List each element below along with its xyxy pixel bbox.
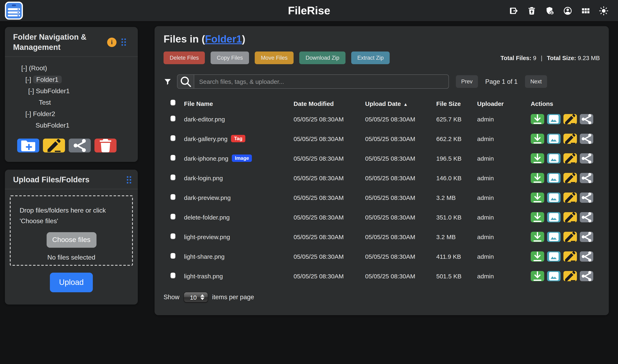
preview-image-button[interactable] [547, 153, 561, 163]
edit-file-button[interactable] [564, 251, 577, 261]
prev-page-button[interactable]: Prev [456, 75, 478, 88]
download-file-button[interactable] [531, 232, 544, 242]
select-all-checkbox[interactable] [171, 100, 175, 105]
share-file-button[interactable] [580, 192, 593, 203]
row-checkbox[interactable] [171, 135, 175, 141]
preview-image-button[interactable] [547, 212, 561, 222]
tree-folder-label[interactable]: SubFolder1 [36, 122, 69, 129]
filerise-logo-icon[interactable] [5, 2, 23, 20]
folder-tree-item[interactable]: [-] SubFolder1 [9, 85, 134, 97]
download-file-button[interactable] [531, 133, 544, 144]
share-file-button[interactable] [580, 212, 593, 222]
edit-file-button[interactable] [564, 114, 577, 124]
rename-folder-button[interactable] [43, 139, 65, 153]
file-dropzone[interactable]: Drop files/folders here or click 'Choose… [10, 195, 133, 266]
folder-tree-item[interactable]: [-] Folder1 [9, 74, 134, 85]
download-file-button[interactable] [531, 173, 544, 183]
files-title-prefix: Files in ( [164, 33, 205, 45]
column-header-file-name[interactable]: File Name [184, 100, 294, 107]
row-checkbox[interactable] [171, 253, 175, 259]
preview-image-button[interactable] [547, 271, 561, 281]
download-file-button[interactable] [531, 271, 544, 281]
preview-image-button[interactable] [547, 251, 561, 261]
tree-folder-label[interactable]: Folder2 [33, 110, 55, 117]
tree-folder-label[interactable]: (Root) [29, 65, 47, 72]
edit-file-button[interactable] [564, 173, 577, 183]
download-file-button[interactable] [531, 114, 544, 124]
light-mode-icon[interactable] [599, 6, 608, 15]
create-folder-button[interactable] [17, 139, 39, 153]
edit-file-button[interactable] [564, 153, 577, 163]
delete-files-button[interactable]: Delete Files [164, 52, 205, 64]
share-file-button[interactable] [580, 271, 593, 281]
tree-folder-label[interactable]: SubFolder1 [36, 88, 69, 94]
filter-icon[interactable] [164, 78, 172, 86]
edit-file-button[interactable] [564, 192, 577, 203]
file-size: 3.2 MB [436, 233, 477, 240]
row-checkbox[interactable] [171, 174, 175, 180]
date-modified: 05/05/25 08:30AM [294, 253, 365, 260]
preview-image-button[interactable] [547, 192, 561, 203]
folder-panel-header: Folder Navigation & Management i [5, 27, 138, 57]
download-file-button[interactable] [531, 251, 544, 261]
preview-image-button[interactable] [547, 232, 561, 242]
copy-files-button[interactable]: Copy Files [211, 52, 249, 64]
move-files-button[interactable]: Move Files [255, 52, 294, 64]
current-folder-link[interactable]: Folder1 [205, 33, 242, 45]
drag-handle-icon[interactable] [121, 39, 126, 46]
download-file-button[interactable] [531, 212, 544, 222]
share-file-button[interactable] [580, 153, 593, 163]
preview-image-button[interactable] [547, 133, 561, 144]
row-checkbox[interactable] [171, 233, 175, 239]
folder-tree-item[interactable]: Test [9, 97, 134, 108]
column-header-upload-date[interactable]: Upload Date▲ [365, 100, 436, 107]
account-icon[interactable] [563, 6, 572, 15]
tree-folder-label[interactable]: Test [39, 99, 51, 106]
tree-folder-label-selected[interactable]: Folder1 [33, 76, 62, 83]
share-file-button[interactable] [580, 173, 593, 183]
row-checkbox[interactable] [171, 194, 175, 200]
edit-file-button[interactable] [564, 212, 577, 222]
edit-file-button[interactable] [564, 271, 577, 281]
extract-zip-button[interactable]: Extract Zip [351, 52, 390, 64]
row-checkbox[interactable] [171, 116, 175, 121]
tree-toggle[interactable]: [-] [21, 65, 29, 72]
share-file-button[interactable] [580, 114, 593, 124]
logout-icon[interactable] [509, 6, 518, 15]
share-folder-button[interactable] [69, 139, 91, 153]
info-icon[interactable]: i [107, 37, 117, 47]
grid-view-icon[interactable] [581, 6, 591, 15]
tree-toggle[interactable]: [-] [25, 110, 33, 117]
restore-trash-icon[interactable] [527, 6, 537, 15]
folder-tree-item[interactable]: [-] Folder2 [9, 108, 134, 120]
next-page-button[interactable]: Next [525, 75, 547, 88]
edit-file-button[interactable] [564, 232, 577, 242]
column-header-uploader[interactable]: Uploader [477, 100, 526, 107]
download-zip-button[interactable]: Download Zip [300, 52, 345, 64]
row-checkbox[interactable] [171, 214, 175, 219]
items-per-page-select[interactable]: 10 [184, 292, 208, 302]
share-file-button[interactable] [580, 133, 593, 144]
preview-image-button[interactable] [547, 114, 561, 124]
tree-toggle[interactable]: [-] [28, 88, 36, 94]
folder-tree-item[interactable]: [-] (Root) [9, 63, 134, 74]
tree-toggle[interactable]: [-] [25, 76, 33, 83]
share-file-button[interactable] [580, 232, 593, 242]
search-input[interactable] [194, 75, 448, 88]
edit-file-button[interactable] [564, 133, 577, 144]
drag-handle-icon[interactable] [127, 176, 131, 183]
upload-button[interactable]: Upload [50, 273, 93, 292]
column-header-file-size[interactable]: File Size [436, 100, 477, 107]
share-file-button[interactable] [580, 251, 593, 261]
download-file-button[interactable] [531, 153, 544, 163]
row-checkbox[interactable] [171, 155, 175, 160]
choose-files-button[interactable]: Choose files [46, 232, 96, 248]
download-file-button[interactable] [531, 192, 544, 203]
folder-tree-item[interactable]: SubFolder1 [9, 120, 134, 131]
preview-image-button[interactable] [547, 173, 561, 183]
admin-shield-icon[interactable] [545, 6, 554, 15]
image-icon [547, 112, 561, 126]
delete-folder-button[interactable] [94, 139, 117, 153]
row-checkbox[interactable] [171, 273, 175, 278]
column-header-date-modified[interactable]: Date Modified [294, 100, 365, 107]
